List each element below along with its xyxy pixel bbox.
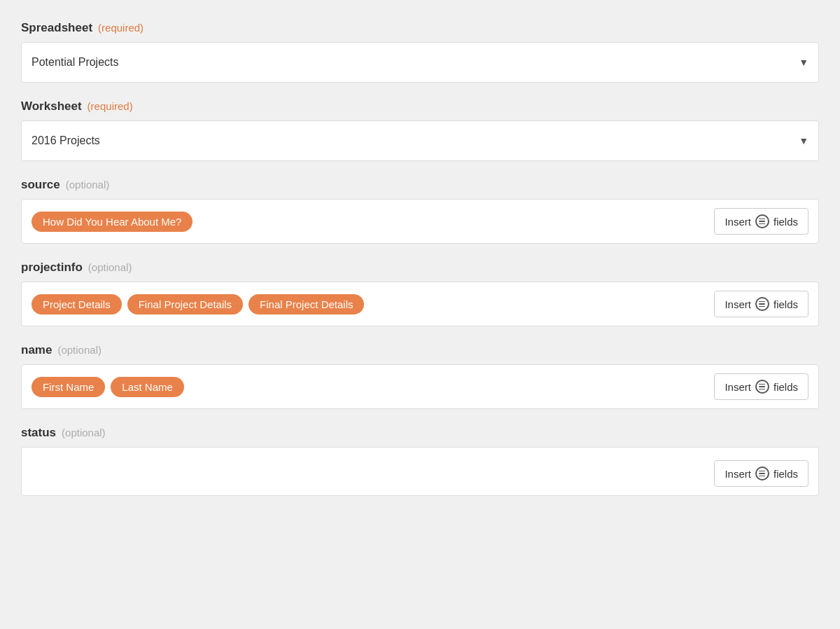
projectinfo-fields-label: fields [774,298,798,310]
projectinfo-label: projectinfo [21,261,83,275]
status-fields-icon [755,466,769,481]
spreadsheet-required: (required) [98,22,144,34]
spreadsheet-section: Spreadsheet (required) Potential Project… [21,21,819,83]
source-field-box: How Did You Hear About Me? Insert fields [21,199,819,244]
source-insert-label: Insert [724,216,751,228]
projectinfo-section: projectinfo (optional) Project Details F… [21,261,819,326]
projectinfo-label-row: projectinfo (optional) [21,261,819,275]
spreadsheet-label: Spreadsheet [21,21,92,35]
source-label-row: source (optional) [21,178,819,192]
name-insert-button[interactable]: Insert fields [714,373,808,400]
worksheet-label-row: Worksheet (required) [21,99,819,113]
source-fields-label: fields [774,216,798,228]
name-fields-label: fields [774,381,798,393]
status-field-box: Insert fields [21,447,819,496]
status-label-row: status (optional) [21,426,819,440]
projectinfo-optional: (optional) [88,261,132,273]
worksheet-value: 2016 Projects [31,134,100,147]
status-insert-button[interactable]: Insert fields [714,460,808,487]
name-fields-icon [755,380,769,394]
projectinfo-insert-label: Insert [724,298,751,310]
name-section: name (optional) First Name Last Name Ins… [21,343,819,409]
status-fields-label: fields [774,468,798,480]
spreadsheet-chevron-icon: ▼ [799,57,808,68]
source-label: source [21,178,60,192]
worksheet-required: (required) [88,100,133,112]
name-label-row: name (optional) [21,343,819,357]
name-tag-1[interactable]: Last Name [111,377,184,397]
projectinfo-fields-icon [755,297,769,311]
spreadsheet-label-row: Spreadsheet (required) [21,21,819,35]
projectinfo-tags-container: Project Details Final Project Details Fi… [31,294,706,314]
worksheet-chevron-icon: ▼ [799,135,808,146]
source-insert-button[interactable]: Insert fields [714,208,808,235]
projectinfo-insert-button[interactable]: Insert fields [714,291,808,317]
status-insert-label: Insert [724,468,751,480]
name-tags-container: First Name Last Name [31,377,706,397]
status-section: status (optional) Insert fields [21,426,819,496]
source-section: source (optional) How Did You Hear About… [21,178,819,244]
source-tags-container: How Did You Hear About Me? [31,212,706,232]
projectinfo-field-box: Project Details Final Project Details Fi… [21,282,819,326]
projectinfo-tag-1[interactable]: Final Project Details [127,294,243,314]
spreadsheet-value: Potential Projects [31,56,119,69]
source-optional: (optional) [66,179,110,191]
source-tag-0[interactable]: How Did You Hear About Me? [31,212,192,232]
projectinfo-tag-0[interactable]: Project Details [31,294,122,314]
worksheet-select[interactable]: 2016 Projects ▼ [21,120,819,161]
worksheet-section: Worksheet (required) 2016 Projects ▼ [21,99,819,161]
spreadsheet-select[interactable]: Potential Projects ▼ [21,42,819,83]
name-tag-0[interactable]: First Name [31,377,105,397]
source-fields-icon [755,214,769,228]
status-optional: (optional) [62,427,106,438]
worksheet-label: Worksheet [21,99,82,113]
projectinfo-tag-2[interactable]: Final Project Details [248,294,364,314]
name-optional: (optional) [57,344,102,356]
status-label: status [21,426,56,440]
name-label: name [21,343,52,357]
name-insert-label: Insert [724,381,751,393]
name-field-box: First Name Last Name Insert fields [21,364,819,409]
